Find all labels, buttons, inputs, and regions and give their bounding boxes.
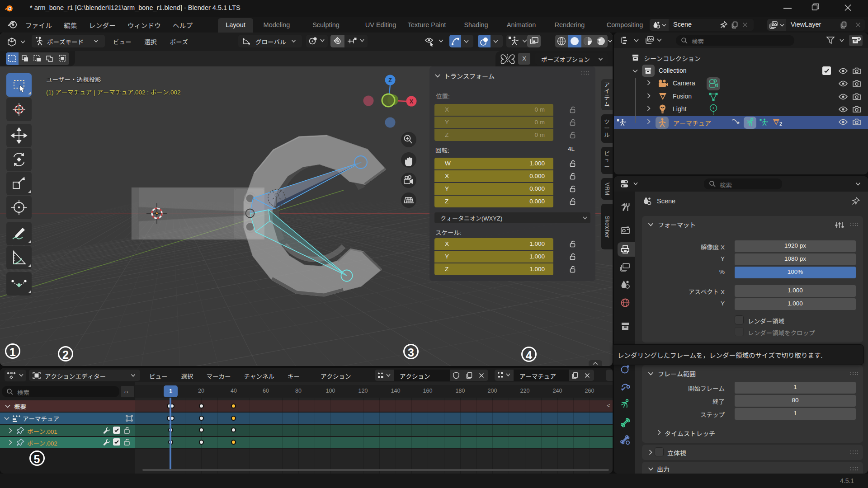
svg-text:X: X xyxy=(410,99,414,105)
svg-text:Z: Z xyxy=(388,77,392,84)
